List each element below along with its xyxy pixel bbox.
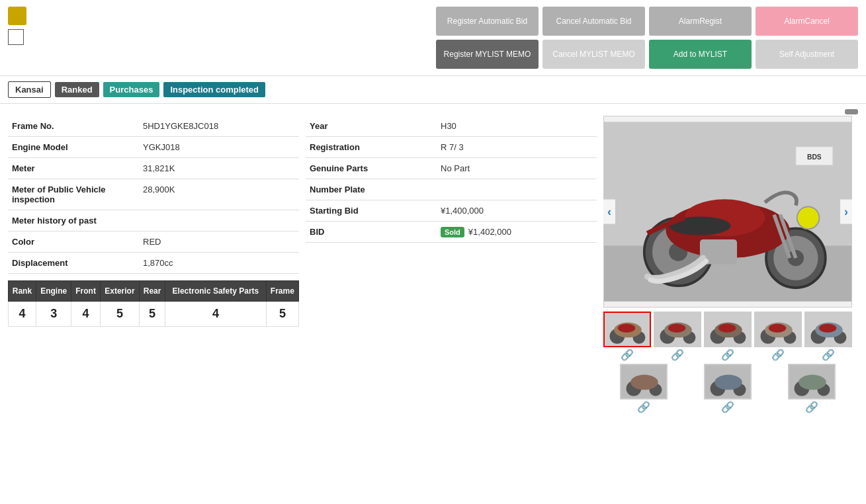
- field-label: Frame No.: [8, 116, 139, 137]
- grade-value: 5: [140, 302, 165, 327]
- table-row: RegistrationR 7/ 3: [306, 137, 597, 158]
- thumbnail-item[interactable]: 🔗: [603, 312, 651, 361]
- thumbnail-link-icon[interactable]: 🔗: [721, 349, 734, 361]
- field-label: BID: [306, 222, 437, 243]
- field-value: 1,870cc: [139, 253, 299, 274]
- svg-point-13: [797, 207, 820, 230]
- field-value: ¥1,400,000: [437, 200, 597, 222]
- thumbnail-item[interactable]: 🔗: [754, 312, 802, 361]
- cancel-auto-bid-button[interactable]: Cancel Automatic Bid: [542, 7, 645, 36]
- table-row: Meter31,821K: [8, 158, 299, 179]
- thumbnail-image[interactable]: [620, 364, 668, 399]
- thumbnail-image[interactable]: [788, 364, 836, 399]
- thumbnail-image[interactable]: [654, 312, 701, 347]
- table-row: Genuine PartsNo Part: [306, 158, 597, 179]
- tag-purchases: Purchases: [103, 82, 160, 97]
- svg-point-48: [714, 375, 742, 390]
- grade-table: RankEngineFrontExteriorRearElectronic Sa…: [8, 280, 299, 327]
- svg-point-52: [799, 375, 826, 390]
- field-value: H30: [437, 116, 597, 137]
- grade-column-header: Rank: [9, 281, 36, 302]
- field-label: Engine Model: [8, 137, 139, 158]
- grade-value: 5: [100, 302, 139, 327]
- field-label: Starting Bid: [306, 200, 437, 222]
- photo-prev-button[interactable]: ‹: [603, 200, 615, 224]
- thumbnail-item[interactable]: 🔗: [603, 364, 685, 413]
- field-value: 28,900K: [139, 179, 299, 210]
- collapse-button[interactable]: [845, 109, 858, 114]
- thumbnail-link-icon[interactable]: 🔗: [671, 349, 684, 361]
- field-label: Meter of Public Vehicle inspection: [8, 179, 139, 210]
- field-label: Color: [8, 231, 139, 253]
- photo-next-button[interactable]: ›: [840, 200, 852, 224]
- sold-badge: Sold: [441, 227, 464, 237]
- field-value: RED: [139, 231, 299, 253]
- thumbnail-item[interactable]: 🔗: [771, 364, 852, 413]
- tag-ranked: Ranked: [55, 82, 99, 97]
- thumbnail-link-icon[interactable]: 🔗: [771, 349, 785, 361]
- add-mylist-button[interactable]: Add to MYLIST: [649, 40, 752, 69]
- field-label: Meter history of past: [8, 210, 139, 231]
- table-row: Number Plate: [306, 179, 597, 200]
- thumbnail-image[interactable]: [704, 364, 752, 399]
- thumbnail-image[interactable]: [704, 312, 752, 347]
- thumbnail-link-icon[interactable]: 🔗: [822, 349, 835, 361]
- thumbnail-item[interactable]: 🔗: [687, 364, 769, 413]
- table-row: Engine ModelYGKJ018: [8, 137, 299, 158]
- field-value: [437, 179, 597, 200]
- header-left: [8, 7, 423, 45]
- thumbnail-link-icon[interactable]: 🔗: [805, 401, 818, 413]
- thumbnail-link-icon[interactable]: 🔗: [621, 349, 634, 361]
- alarm-cancel-button[interactable]: AlarmCancel: [756, 7, 858, 36]
- left-panel: Frame No.5HD1YGKE8JC018Engine ModelYGKJ0…: [8, 116, 299, 413]
- thumbnail-image[interactable]: [754, 312, 802, 347]
- svg-point-20: [618, 324, 635, 333]
- plus-button[interactable]: [8, 29, 24, 45]
- subtitle-row: [8, 29, 423, 45]
- self-adjust-button[interactable]: Self Adjustment: [756, 40, 858, 69]
- right-info-table: YearH30RegistrationR 7/ 3Genuine PartsNo…: [306, 116, 597, 243]
- main-content: Frame No.5HD1YGKE8JC018Engine ModelYGKJ0…: [0, 109, 845, 420]
- svg-point-30: [718, 324, 736, 333]
- right-panel: YearH30RegistrationR 7/ 3Genuine PartsNo…: [306, 116, 597, 413]
- category-badge: [8, 7, 26, 25]
- grade-column-header: Exterior: [100, 281, 139, 302]
- thumbnail-link-icon[interactable]: 🔗: [721, 401, 734, 413]
- field-label: Meter: [8, 158, 139, 179]
- grade-value: 4: [165, 302, 267, 327]
- table-row: Displacement1,870cc: [8, 253, 299, 274]
- tag-kansai: Kansai: [8, 81, 51, 98]
- field-label: Year: [306, 116, 437, 137]
- cancel-mylist-button[interactable]: Cancel MYLIST MEMO: [542, 40, 645, 69]
- field-value: YGKJ018: [139, 137, 299, 158]
- register-auto-bid-button[interactable]: Register Automatic Bid: [436, 7, 539, 36]
- table-row: BIDSold¥1,402,000: [306, 222, 597, 243]
- title-row: [8, 7, 423, 25]
- field-value: No Part: [437, 158, 597, 179]
- svg-point-8: [788, 250, 804, 266]
- table-row: ColorRED: [8, 231, 299, 253]
- grade-value: 4: [9, 302, 36, 327]
- thumbnail-image[interactable]: [804, 312, 852, 347]
- field-value: 5HD1YGKE8JC018: [139, 116, 299, 137]
- svg-point-35: [769, 324, 786, 333]
- alarm-regist-button[interactable]: AlarmRegist: [649, 7, 752, 36]
- table-row: YearH30: [306, 116, 597, 137]
- main-photo: BDS: [603, 116, 852, 308]
- grade-column-header: Electronic Safety Parts: [165, 281, 267, 302]
- thumbnail-image[interactable]: [603, 312, 651, 347]
- action-buttons: Register Automatic BidCancel Automatic B…: [436, 7, 858, 69]
- field-value: 31,821K: [139, 158, 299, 179]
- field-value: [139, 210, 299, 231]
- table-row: Starting Bid¥1,400,000: [306, 200, 597, 222]
- svg-text:BDS: BDS: [807, 153, 822, 161]
- tag-inspection-completed: Inspection completed: [163, 82, 265, 97]
- thumbnail-item[interactable]: 🔗: [654, 312, 701, 361]
- thumbnail-row2: 🔗 🔗 🔗: [603, 364, 852, 413]
- field-label: Displacement: [8, 253, 139, 274]
- grade-column-header: Rear: [140, 281, 165, 302]
- register-mylist-button[interactable]: Register MYLIST MEMO: [436, 40, 539, 69]
- thumbnail-link-icon[interactable]: 🔗: [637, 401, 650, 413]
- thumbnail-item[interactable]: 🔗: [704, 312, 752, 361]
- thumbnail-item[interactable]: 🔗: [804, 312, 852, 361]
